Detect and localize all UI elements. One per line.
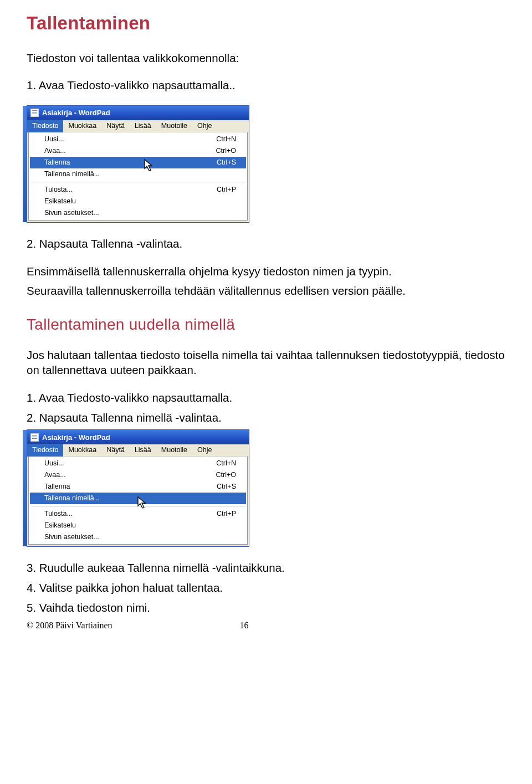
para-new-name: Jos halutaan tallentaa tiedosto toisella… bbox=[27, 347, 505, 378]
menu-item-shortcut: Ctrl+N bbox=[216, 135, 236, 144]
menu-item-label: Uusi... bbox=[44, 135, 64, 144]
menu-tiedosto[interactable]: Tiedosto bbox=[27, 444, 63, 457]
para-first-save-b: Seuraavilla tallennuskerroilla tehdään v… bbox=[27, 283, 505, 299]
document-icon bbox=[30, 109, 39, 117]
menu-muotoile[interactable]: Muotoile bbox=[156, 120, 192, 132]
wordpad-window-1: Asiakirja - WordPad Tiedosto Muokkaa Näy… bbox=[27, 105, 249, 223]
menu-item-label: Esikatselu bbox=[44, 197, 76, 206]
menu-muokkaa[interactable]: Muokkaa bbox=[63, 120, 101, 132]
step-1-1: 1. Avaa Tiedosto-valikko napsauttamalla.… bbox=[27, 78, 505, 93]
titlebar: Asiakirja - WordPad bbox=[27, 106, 249, 120]
menu-item-sivun-asetukset[interactable]: Sivun asetukset... bbox=[30, 531, 246, 543]
step-1-2: 2. Napsauta Tallenna -valintaa. bbox=[27, 236, 505, 252]
menu-lisaa[interactable]: Lisää bbox=[130, 444, 156, 457]
menu-item-shortcut: Ctrl+O bbox=[216, 146, 236, 156]
file-dropdown: Uusi... Ctrl+N Avaa... Ctrl+O Tallenna C… bbox=[28, 457, 248, 545]
menu-item-shortcut: Ctrl+S bbox=[217, 158, 236, 167]
menu-item-esikatselu[interactable]: Esikatselu bbox=[30, 196, 246, 207]
step-2-1: 1. Avaa Tiedosto-valikko napsauttamalla. bbox=[27, 390, 505, 406]
intro-text: Tiedoston voi tallentaa valikkokomennoll… bbox=[27, 50, 505, 66]
cursor-icon bbox=[144, 159, 155, 173]
footer-page-number: 16 bbox=[240, 619, 249, 632]
menu-item-label: Uusi... bbox=[44, 459, 64, 468]
menubar: Tiedosto Muokkaa Näytä Lisää Muotoile Oh… bbox=[27, 120, 249, 132]
window-left-border bbox=[23, 106, 27, 222]
step-2-5: 5. Vaihda tiedoston nimi. bbox=[27, 600, 505, 616]
window-title: Asiakirja - WordPad bbox=[42, 433, 110, 443]
menubar: Tiedosto Muokkaa Näytä Lisää Muotoile Oh… bbox=[27, 444, 249, 457]
menu-item-avaa[interactable]: Avaa... Ctrl+O bbox=[30, 469, 246, 481]
heading-tallentaminen: Tallentaminen bbox=[27, 11, 505, 36]
menu-lisaa[interactable]: Lisää bbox=[130, 120, 156, 132]
menu-item-esikatselu[interactable]: Esikatselu bbox=[30, 520, 246, 531]
page-footer: © 2008 Päivi Vartiainen 16 bbox=[27, 619, 505, 632]
menu-item-label: Tallenna bbox=[44, 158, 70, 167]
menu-item-shortcut: Ctrl+P bbox=[217, 509, 236, 519]
cursor-icon bbox=[137, 496, 149, 511]
menu-item-label: Sivun asetukset... bbox=[44, 208, 99, 218]
menu-nayta[interactable]: Näytä bbox=[101, 120, 130, 132]
menu-item-shortcut: Ctrl+P bbox=[217, 185, 236, 194]
step-2-2: 2. Napsauta Tallenna nimellä -valintaa. bbox=[27, 410, 505, 426]
menu-item-label: Sivun asetukset... bbox=[44, 532, 99, 542]
menu-item-shortcut: Ctrl+S bbox=[217, 482, 236, 491]
menu-muotoile[interactable]: Muotoile bbox=[156, 444, 192, 457]
menu-nayta[interactable]: Näytä bbox=[101, 444, 130, 457]
menu-item-label: Esikatselu bbox=[44, 521, 76, 530]
menu-item-uusi[interactable]: Uusi... Ctrl+N bbox=[30, 134, 246, 145]
menu-tiedosto[interactable]: Tiedosto bbox=[27, 120, 63, 132]
menu-item-tallenna[interactable]: Tallenna Ctrl+S bbox=[30, 481, 246, 493]
window-left-border bbox=[23, 430, 27, 546]
menu-item-label: Avaa... bbox=[44, 470, 66, 480]
step-2-4: 4. Valitse paikka johon haluat tallentaa… bbox=[27, 580, 505, 596]
menu-item-label: Tallenna nimellä... bbox=[44, 170, 100, 179]
menu-muokkaa[interactable]: Muokkaa bbox=[63, 444, 101, 457]
menu-item-avaa[interactable]: Avaa... Ctrl+O bbox=[30, 145, 246, 157]
menu-ohje[interactable]: Ohje bbox=[192, 120, 217, 132]
para-first-save-a: Ensimmäisellä tallennuskerralla ohjelma … bbox=[27, 264, 505, 279]
menu-item-label: Tallenna nimellä... bbox=[44, 494, 100, 503]
menu-item-shortcut: Ctrl+O bbox=[216, 470, 236, 480]
menu-item-tallenna[interactable]: Tallenna Ctrl+S bbox=[30, 157, 246, 168]
menu-item-label: Tallenna bbox=[44, 482, 70, 491]
menu-item-label: Avaa... bbox=[44, 146, 66, 156]
footer-copyright: © 2008 Päivi Vartiainen bbox=[27, 619, 112, 632]
menu-separator bbox=[31, 182, 245, 182]
heading-tallentaminen-uudella: Tallentaminen uudella nimellä bbox=[27, 314, 505, 335]
document-icon bbox=[30, 433, 39, 442]
menu-item-tallenna-nimella[interactable]: Tallenna nimellä... bbox=[30, 168, 246, 180]
file-dropdown: Uusi... Ctrl+N Avaa... Ctrl+O Tallenna C… bbox=[28, 132, 248, 221]
step-2-3: 3. Ruudulle aukeaa Tallenna nimellä -val… bbox=[27, 560, 505, 576]
menu-item-uusi[interactable]: Uusi... Ctrl+N bbox=[30, 458, 246, 469]
menu-item-sivun-asetukset[interactable]: Sivun asetukset... bbox=[30, 207, 246, 219]
menu-item-tulosta[interactable]: Tulosta... Ctrl+P bbox=[30, 184, 246, 196]
menu-item-shortcut: Ctrl+N bbox=[216, 459, 236, 468]
window-title: Asiakirja - WordPad bbox=[42, 108, 110, 118]
menu-item-label: Tulosta... bbox=[44, 509, 73, 519]
titlebar: Asiakirja - WordPad bbox=[27, 430, 249, 444]
wordpad-window-2: Asiakirja - WordPad Tiedosto Muokkaa Näy… bbox=[27, 429, 249, 547]
menu-ohje[interactable]: Ohje bbox=[192, 444, 217, 457]
menu-item-label: Tulosta... bbox=[44, 185, 73, 194]
